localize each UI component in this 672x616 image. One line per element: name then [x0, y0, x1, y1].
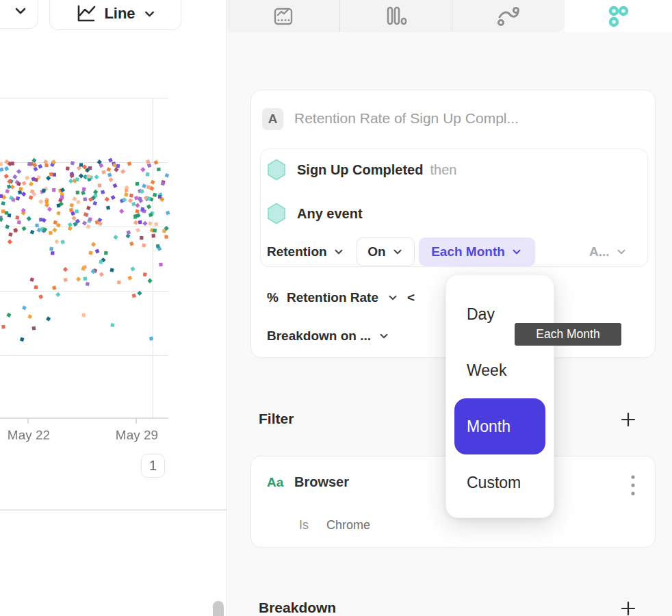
kebab-menu-button[interactable] [630, 474, 636, 496]
tooltip: Each Month [515, 323, 621, 346]
pagination-badge[interactable]: 1 [141, 454, 165, 478]
chevron-down-icon [333, 246, 345, 258]
interval-dropdown[interactable]: Each Month [419, 238, 535, 266]
chevron-down-icon [387, 292, 399, 304]
event-suffix: then [430, 162, 456, 178]
comparator-label: < [407, 290, 415, 305]
bar-chart-icon [385, 5, 408, 27]
tab-flows[interactable] [452, 0, 565, 32]
event-hexagon-icon [267, 203, 286, 224]
menu-item-month-selected[interactable]: Month [454, 398, 545, 454]
tab-insights-chart[interactable] [227, 0, 339, 32]
x-axis-tick-label: May 22 [0, 428, 57, 443]
on-dropdown[interactable]: On [357, 238, 415, 266]
menu-item-custom[interactable]: Custom [446, 454, 554, 511]
breakdown-on-label: Breakdown on ... [267, 329, 371, 344]
chevron-down-icon [615, 246, 628, 258]
add-filter-button[interactable] [619, 411, 637, 428]
event-row[interactable]: Any event [267, 203, 363, 224]
breakdown-on-dropdown[interactable]: Breakdown on ... [267, 322, 390, 350]
series-label-badge: A [262, 108, 283, 130]
chevron-down-icon [378, 330, 390, 342]
view-tab-bar [227, 0, 565, 32]
x-axis-tick-label: May 29 [108, 428, 166, 443]
on-label: On [367, 244, 385, 259]
truncated-label: A... [589, 244, 610, 259]
menu-item-week[interactable]: Week [446, 342, 554, 398]
filter-operator[interactable]: Is [299, 518, 309, 532]
interval-label: Each Month [431, 244, 505, 259]
filter-section-heading: Filter [259, 411, 294, 427]
event-name[interactable]: Any event [297, 206, 363, 222]
metric-label: Retention Rate [287, 290, 378, 305]
string-property-icon: Aa [267, 475, 283, 490]
tab-retention-scatter-active[interactable] [565, 0, 672, 32]
retention-type-label: Retention [267, 244, 327, 259]
metric-dropdown[interactable]: % Retention Rate < [267, 283, 415, 312]
flow-chart-icon [497, 5, 520, 27]
interval-dropdown-menu: Day Week Month Custom [445, 274, 554, 518]
query-title[interactable]: Retention Rate of Sign Up Compl... [294, 110, 519, 127]
retention-type-dropdown[interactable]: Retention [267, 238, 345, 266]
event-name[interactable]: Sign Up Completed [297, 162, 423, 178]
kebab-icon [630, 474, 636, 496]
app-window: Line May 22 May 29 1 [0, 0, 672, 616]
tab-bar-chart[interactable] [339, 0, 452, 32]
truncated-dropdown[interactable]: A... [589, 238, 628, 266]
event-row[interactable]: Sign Up Completed then [267, 159, 456, 181]
scrollbar-thumb[interactable] [213, 601, 224, 616]
breakdown-section-heading: Breakdown [259, 600, 336, 616]
combo-chart-icon [272, 5, 294, 27]
chevron-down-icon [511, 246, 523, 258]
plus-icon [620, 411, 636, 428]
chevron-down-icon [391, 246, 404, 258]
add-breakdown-button[interactable] [619, 600, 637, 616]
event-hexagon-icon [267, 159, 286, 181]
filter-value[interactable]: Chrome [326, 518, 370, 532]
scatter-dots-icon [607, 5, 630, 27]
filter-property-name[interactable]: Browser [294, 474, 349, 490]
percent-icon: % [267, 290, 279, 305]
horizontal-divider [0, 509, 227, 511]
plus-icon [620, 600, 636, 616]
